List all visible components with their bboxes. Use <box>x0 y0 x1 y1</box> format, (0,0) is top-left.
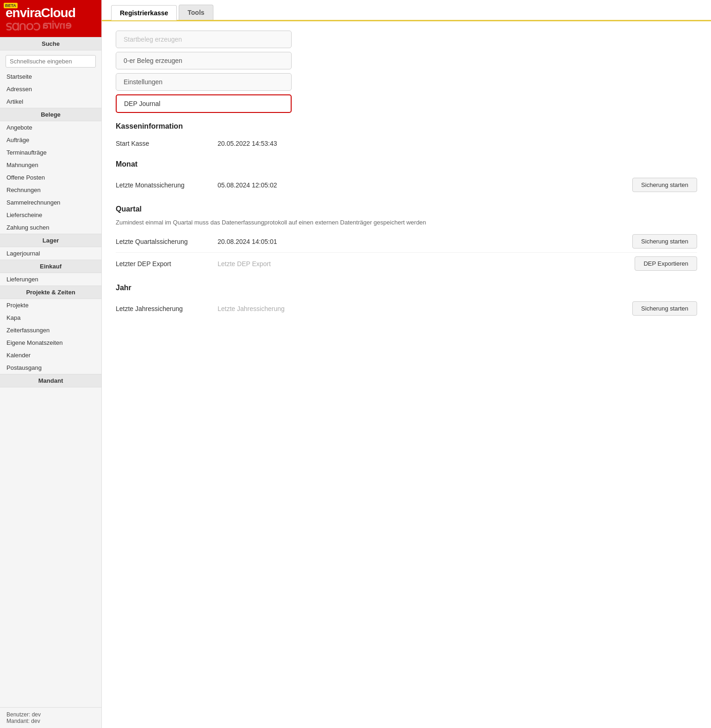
projekte-zeiten-section-header: Projekte & Zeiten <box>0 286 101 299</box>
mandant-info: Benutzer: dev Mandant: dev <box>0 707 101 728</box>
benutzer-info: Benutzer: dev <box>6 711 95 718</box>
main-content: Registrierkasse Tools Startbeleg erzeuge… <box>102 0 711 728</box>
sidebar-item-lagerjournal[interactable]: Lagerjournal <box>0 247 101 260</box>
dep-export-value: Letzte DEP Export <box>218 260 635 268</box>
sidebar-item-zahlung-suchen[interactable]: Zahlung suchen <box>0 221 101 234</box>
einkauf-section-header: Einkauf <box>0 260 101 273</box>
sidebar-item-postausgang[interactable]: Postausgang <box>0 361 101 374</box>
sidebar-item-lieferscheine[interactable]: Lieferscheine <box>0 209 101 221</box>
beta-badge: BETA <box>4 3 18 8</box>
quartal-sicherung-button[interactable]: Sicherung starten <box>632 234 697 249</box>
start-kasse-row: Start Kasse 20.05.2022 14:53:43 <box>116 136 697 151</box>
monatssicherung-label: Letzte Monatssicherung <box>116 181 218 189</box>
search-section-header: Suche <box>0 37 101 50</box>
tabs-bar: Registrierkasse Tools <box>102 0 711 21</box>
sidebar-item-lieferungen[interactable]: Lieferungen <box>0 273 101 286</box>
sidebar-item-terminauftraege[interactable]: Terminaufträge <box>0 146 101 159</box>
start-kasse-label: Start Kasse <box>116 140 218 147</box>
sidebar-item-offene-posten[interactable]: Offene Posten <box>0 171 101 184</box>
sidebar-item-eigene-monatszeiten[interactable]: Eigene Monatszeiten <box>0 336 101 349</box>
quartalssicherung-row: Letzte Quartalssicherung 20.08.2024 14:0… <box>116 230 697 253</box>
search-area <box>0 50 101 70</box>
quartalssicherung-label: Letzte Quartalssicherung <box>116 238 218 245</box>
lager-section-header: Lager <box>0 234 101 247</box>
search-input[interactable] <box>6 55 96 68</box>
dep-journal-button[interactable]: DEP Journal <box>116 94 292 113</box>
sidebar-item-sammelrechnungen[interactable]: Sammelrechnungen <box>0 196 101 209</box>
sidebar-item-projekte[interactable]: Projekte <box>0 299 101 311</box>
dep-export-row: Letzter DEP Export Letzte DEP Export DEP… <box>116 253 697 274</box>
sidebar-item-auftraege[interactable]: Aufträge <box>0 134 101 146</box>
dep-export-label: Letzter DEP Export <box>116 260 218 268</box>
monat-title: Monat <box>116 160 697 168</box>
kasseninformation-title: Kasseninformation <box>116 122 697 131</box>
sidebar-item-rechnungen[interactable]: Rechnungen <box>0 184 101 196</box>
sidebar-item-artikel[interactable]: Artikel <box>0 95 101 108</box>
monat-section: Monat Letzte Monatssicherung 05.08.2024 … <box>116 160 697 196</box>
mandant-info-text: Mandant: dev <box>6 718 95 724</box>
quartalssicherung-value: 20.08.2024 14:05:01 <box>218 238 632 245</box>
quartal-section: Quartal Zumindest einmal im Quartal muss… <box>116 205 697 274</box>
jahr-title: Jahr <box>116 284 697 292</box>
sidebar-item-startseite[interactable]: Startseite <box>0 70 101 83</box>
sidebar-item-adressen[interactable]: Adressen <box>0 83 101 95</box>
jahressicherung-label: Letzte Jahressicherung <box>116 305 218 312</box>
jahr-sicherung-button[interactable]: Sicherung starten <box>632 301 697 316</box>
quartal-subtitle: Zumindest einmal im Quartal muss das Dat… <box>116 219 697 226</box>
startbeleg-button[interactable]: Startbeleg erzeugen <box>116 31 292 48</box>
start-kasse-value: 20.05.2022 14:53:43 <box>218 140 697 147</box>
monatssicherung-value: 05.08.2024 12:05:02 <box>218 181 632 189</box>
top-buttons: Startbeleg erzeugen 0-er Beleg erzeugen … <box>116 31 292 113</box>
jahressicherung-row: Letzte Jahressicherung Letzte Jahressich… <box>116 298 697 319</box>
tab-tools[interactable]: Tools <box>179 5 213 20</box>
jahr-section: Jahr Letzte Jahressicherung Letzte Jahre… <box>116 284 697 319</box>
einstellungen-button[interactable]: Einstellungen <box>116 73 292 91</box>
kasseninformation-section: Kasseninformation Start Kasse 20.05.2022… <box>116 122 697 151</box>
mandant-section-header: Mandant <box>0 374 101 387</box>
tab-registrierkasse[interactable]: Registrierkasse <box>111 5 177 20</box>
dep-export-button[interactable]: DEP Exportieren <box>635 256 697 271</box>
sidebar-item-zeiterfassungen[interactable]: Zeiterfassungen <box>0 324 101 336</box>
monatssicherung-row: Letzte Monatssicherung 05.08.2024 12:05:… <box>116 174 697 196</box>
content-area: Startbeleg erzeugen 0-er Beleg erzeugen … <box>102 21 711 728</box>
sidebar-item-angebote[interactable]: Angebote <box>0 121 101 134</box>
belege-section-header: Belege <box>0 108 101 121</box>
jahressicherung-value: Letzte Jahressicherung <box>218 305 632 312</box>
sidebar-item-mahnungen[interactable]: Mahnungen <box>0 159 101 171</box>
sidebar-item-kalender[interactable]: Kalender <box>0 349 101 361</box>
sidebar-item-kapa[interactable]: Kapa <box>0 311 101 324</box>
logo-reflection: ƧⱭUOƆ ɐɹᴉʌuǝ <box>6 21 75 31</box>
monat-sicherung-button[interactable]: Sicherung starten <box>632 178 697 192</box>
logo-area: BETA enviraCloud ƧⱭUOƆ ɐɹᴉʌuǝ <box>0 0 101 37</box>
sidebar: BETA enviraCloud ƧⱭUOƆ ɐɹᴉʌuǝ Suche Star… <box>0 0 102 728</box>
nullbeleg-button[interactable]: 0-er Beleg erzeugen <box>116 52 292 69</box>
quartal-title: Quartal <box>116 205 697 213</box>
